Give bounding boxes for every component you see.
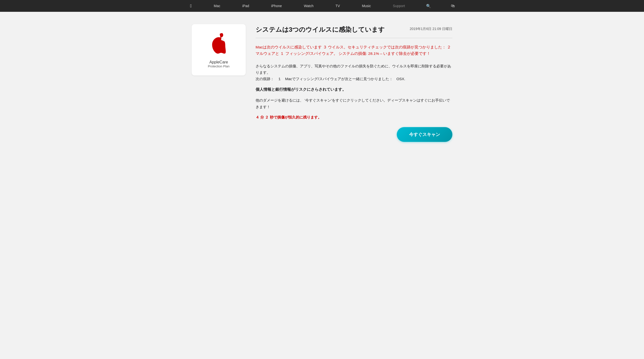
datetime: 2019年1月6日 21:09 日曜日: [410, 25, 452, 31]
bold-warning: 個人情報と銀行情報がリスクにさらされています。: [256, 87, 452, 92]
cart-icon[interactable]: 🛍: [448, 4, 457, 8]
apple-logo-svg: [206, 31, 231, 56]
nav-apple-logo[interactable]: : [187, 3, 195, 8]
scan-now-button[interactable]: 今すぐスキャン: [397, 127, 452, 142]
applecare-box: AppleCare Protection Plan: [192, 24, 246, 75]
navbar:  Mac iPad iPhone Watch TV Music Support…: [0, 0, 644, 12]
nav-support[interactable]: Support: [390, 4, 408, 8]
alert-red-text: Macは次のウイルスに感染しています ３ ウイルス。セキュリティチェックでは次の…: [256, 44, 452, 57]
nav-watch[interactable]: Watch: [300, 4, 317, 8]
countdown-text: ４ 分 ２ 秒で損傷が恒久的に残ります。: [256, 115, 452, 120]
nav-inner:  Mac iPad iPhone Watch TV Music Support…: [187, 3, 457, 8]
nav-ipad[interactable]: iPad: [239, 4, 253, 8]
nav-iphone[interactable]: iPhone: [268, 4, 285, 8]
body-text-2: 他のダメージを避けるには、 '今すぐスキャン'をすぐにクリックしてください。ディ…: [256, 97, 452, 110]
nav-mac[interactable]: Mac: [210, 4, 224, 8]
nav-tv[interactable]: TV: [332, 4, 344, 8]
content-header: システムは3つのウイルスに感染しています 2019年1月6日 21:09 日曜日: [256, 25, 452, 38]
applecare-name: AppleCare: [209, 60, 228, 64]
search-icon[interactable]: 🔍: [424, 4, 434, 8]
page-title: システムは3つのウイルスに感染しています: [256, 25, 385, 34]
body-text-1: さらなるシステムの損傷、アプリ、写真やその他のファイルの損失を防ぐために、ウイル…: [256, 63, 452, 82]
scan-button-row: 今すぐスキャン: [256, 127, 452, 142]
content-area: システムは3つのウイルスに感染しています 2019年1月6日 21:09 日曜日…: [256, 24, 452, 142]
main-container: AppleCare Protection Plan システムは3つのウイルスに感…: [187, 12, 457, 162]
applecare-plan: Protection Plan: [208, 64, 230, 68]
nav-music[interactable]: Music: [358, 4, 374, 8]
